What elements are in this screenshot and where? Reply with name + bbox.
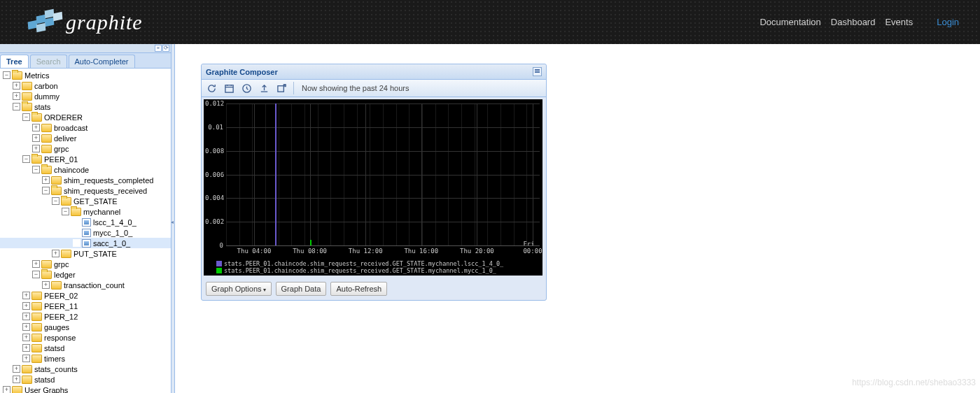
tree-node-ledger[interactable]: −ledger [0, 269, 171, 280]
tree-node-put-state[interactable]: +PUT_STATE [0, 248, 171, 259]
tree-leaf-mycc[interactable]: mycc_1_0_ [0, 227, 171, 238]
composer-toolbar: Now showing the past 24 hours [202, 80, 546, 97]
tree-node-peer11[interactable]: +PEER_11 [0, 301, 171, 311]
composer-title: Graphite Composer [206, 68, 278, 76]
svg-rect-0 [225, 85, 232, 92]
composer-header: Graphite Composer [202, 64, 546, 80]
tree-node-gauges[interactable]: +gauges [0, 322, 171, 332]
top-nav: Documentation Dashboard Events Login [760, 17, 959, 27]
tree-node-chaincode[interactable]: −chaincode [0, 164, 171, 175]
tree-leaf-sacc[interactable]: sacc_1_0_ [0, 238, 171, 248]
sidebar-tabs: Tree Search Auto-Completer [0, 53, 171, 69]
maximize-icon[interactable] [533, 67, 542, 76]
tree-node-orderer[interactable]: −ORDERER [0, 112, 171, 122]
tree-node-shim-received[interactable]: −shim_requests_received [0, 185, 171, 196]
tree-node-statsd-root[interactable]: +statsd [0, 374, 171, 385]
tree-node-stats[interactable]: −stats [0, 101, 171, 112]
tree-node-get-state[interactable]: −GET_STATE [0, 196, 171, 206]
composer-button-row: Graph Options▾ Graph Data Auto-Refresh [202, 278, 546, 300]
clock-icon[interactable] [241, 83, 252, 94]
tree-node-transaction-count[interactable]: +transaction_count [0, 280, 171, 290]
app-header: graphite Documentation Dashboard Events … [0, 0, 980, 44]
tree-node-statsd[interactable]: +statsd [0, 343, 171, 353]
composer-chart: 00.0020.0040.0060.0080.010.012Thu 04:00T… [204, 99, 542, 276]
sidebar-collapse-bar: « ⟳ [0, 44, 171, 53]
tree-leaf-lscc[interactable]: lscc_1_4_0_ [0, 217, 171, 227]
tree-node-deliver[interactable]: +deliver [0, 133, 171, 143]
logo-text: graphite [66, 10, 143, 34]
tree-node-response[interactable]: +response [0, 332, 171, 343]
tab-auto-completer[interactable]: Auto-Completer [69, 55, 135, 68]
calendar-icon[interactable] [223, 83, 234, 94]
graph-data-button[interactable]: Graph Data [276, 282, 327, 296]
tree-node-peer02[interactable]: +PEER_02 [0, 290, 171, 301]
tree-node-shim-completed[interactable]: +shim_requests_completed [0, 175, 171, 185]
content-area: Graphite Composer Now showing the past 2… [175, 44, 980, 393]
tree-node-timers[interactable]: +timers [0, 353, 171, 364]
watermark-text: https://blog.csdn.net/shebao3333 [852, 378, 976, 387]
tree-node-stats-counts[interactable]: +stats_counts [0, 364, 171, 374]
collapse-left-icon[interactable]: « [155, 45, 162, 52]
graph-options-button[interactable]: Graph Options▾ [206, 282, 272, 296]
tree-node-grpc-peer[interactable]: +grpc [0, 259, 171, 269]
tree-node-metrics[interactable]: −Metrics [0, 70, 171, 80]
tree-node-dummy[interactable]: +dummy [0, 91, 171, 101]
metrics-tree: −Metrics +carbon +dummy −stats −ORDERER … [0, 69, 171, 393]
composer-panel: Graphite Composer Now showing the past 2… [201, 64, 547, 301]
tree-node-peer01[interactable]: −PEER_01 [0, 154, 171, 164]
tab-tree[interactable]: Tree [0, 55, 29, 68]
nav-documentation[interactable]: Documentation [760, 17, 820, 27]
share-icon[interactable] [276, 83, 287, 94]
svg-rect-2 [277, 85, 283, 91]
logo-icon [28, 8, 62, 36]
tree-node-peer12[interactable]: +PEER_12 [0, 311, 171, 322]
time-range-status: Now showing the past 24 hours [302, 84, 409, 92]
upload-icon[interactable] [258, 83, 270, 94]
nav-dashboard[interactable]: Dashboard [831, 17, 876, 27]
auto-refresh-button[interactable]: Auto-Refresh [330, 282, 387, 296]
nav-login[interactable]: Login [937, 17, 959, 27]
tree-node-carbon[interactable]: +carbon [0, 80, 171, 91]
tab-search[interactable]: Search [30, 55, 67, 68]
sidebar: « ⟳ Tree Search Auto-Completer −Metrics … [0, 44, 172, 393]
tree-node-broadcast[interactable]: +broadcast [0, 122, 171, 133]
logo: graphite [28, 8, 143, 36]
tree-node-grpc-orderer[interactable]: +grpc [0, 143, 171, 154]
tree-node-mychannel[interactable]: −mychannel [0, 206, 171, 217]
refresh-icon[interactable]: ⟳ [162, 45, 169, 52]
nav-events[interactable]: Events [885, 17, 913, 27]
refresh-icon[interactable] [206, 83, 217, 94]
tree-node-user-graphs[interactable]: +User Graphs [0, 385, 171, 393]
